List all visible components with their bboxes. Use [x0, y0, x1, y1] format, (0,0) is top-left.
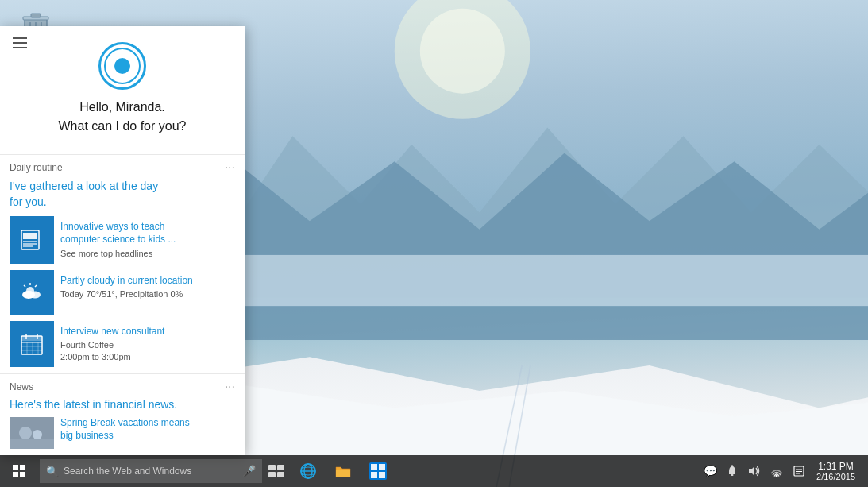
news-intro: Here's the latest in financial news.: [0, 398, 245, 417]
svg-rect-45: [10, 439, 54, 449]
svg-point-28: [29, 291, 41, 298]
taskbar: 🔍 Search the Web and Windows 🎤: [0, 455, 868, 487]
cortana-dot: [114, 58, 130, 74]
clock-time: 1:31 PM: [818, 461, 854, 472]
weather-card-subtitle: Today 70°/51°, Precipitation 0%: [60, 288, 229, 300]
news-card-subtitle: See more top headlines: [60, 248, 229, 259]
taskbar-search-bar[interactable]: 🔍 Search the Web and Windows 🎤: [40, 459, 262, 483]
cortana-circle: [98, 42, 146, 90]
daily-routine-header: Daily routine ···: [0, 155, 245, 179]
svg-rect-55: [371, 464, 377, 470]
calendar-card-subtitle: Fourth Coffee 2:00pm to 3:00pm: [60, 339, 229, 362]
taskbar-tray: 💬: [699, 455, 868, 487]
svg-rect-33: [21, 336, 42, 341]
hamburger-button[interactable]: [10, 34, 30, 52]
svg-rect-12: [31, 14, 41, 17]
svg-line-31: [35, 285, 37, 287]
weather-card[interactable]: Partly cloudy in current location Today …: [10, 270, 235, 315]
svg-point-2: [420, 9, 505, 94]
svg-rect-22: [23, 233, 37, 239]
calendar-card-title: Interview new consultant: [60, 326, 229, 338]
clock-date: 2/16/2015: [816, 472, 855, 481]
svg-rect-47: [277, 465, 284, 470]
hamburger-line-2: [13, 42, 27, 44]
news-more-button[interactable]: ···: [225, 381, 235, 393]
svg-point-43: [19, 427, 32, 439]
hamburger-line-3: [13, 47, 27, 48]
calendar-card-content: Interview new consultant Fourth Coffee 2…: [54, 321, 235, 367]
hamburger-line-1: [13, 37, 27, 39]
news-card-content: Innovative ways to teach computer scienc…: [54, 216, 235, 263]
windows-logo-icon: [13, 465, 25, 477]
cortana-inner-circle: [104, 48, 141, 84]
news-card-icon: [10, 216, 54, 263]
svg-rect-49: [277, 472, 284, 477]
weather-card-icon: [10, 270, 54, 315]
svg-rect-46: [268, 465, 276, 470]
svg-rect-48: [268, 472, 276, 477]
svg-rect-59: [731, 474, 734, 476]
calendar-card[interactable]: Interview new consultant Fourth Coffee 2…: [10, 321, 235, 367]
daily-routine-more-button[interactable]: ···: [225, 161, 235, 174]
news-section-header: News ···: [0, 374, 245, 398]
news-section: News ··· Here's the latest in financial …: [0, 373, 245, 455]
news-section-title: News: [10, 381, 33, 392]
cortana-logo-area: Hello, Miranda. What can I do for you?: [10, 34, 235, 148]
svg-rect-60: [731, 465, 733, 466]
svg-rect-53: [336, 470, 350, 477]
taskbar-file-explorer-button[interactable]: [326, 455, 361, 487]
news-thumb: [10, 417, 54, 449]
taskbar-store-button[interactable]: [361, 455, 395, 487]
search-icon: 🔍: [46, 466, 59, 477]
cortana-greeting: Hello, Miranda. What can I do for you?: [59, 98, 187, 136]
task-view-button[interactable]: [262, 455, 291, 487]
action-center-icon[interactable]: [788, 455, 810, 487]
notification-icon[interactable]: [721, 455, 743, 487]
daily-routine-intro: I've gathered a look at the day for you.: [0, 179, 245, 216]
svg-marker-61: [749, 466, 754, 476]
cortana-panel: Hello, Miranda. What can I do for you? D…: [0, 26, 245, 455]
cortana-header: Hello, Miranda. What can I do for you?: [0, 26, 245, 154]
taskbar-ie-button[interactable]: [291, 455, 326, 487]
chat-icon[interactable]: 💬: [699, 455, 721, 487]
calendar-card-icon: [10, 321, 54, 367]
svg-line-30: [24, 285, 25, 287]
svg-rect-57: [371, 472, 377, 478]
news-item-text: Spring Break vacations means big busines…: [54, 417, 196, 442]
daily-routine-section: Daily routine ··· I've gathered a look a…: [0, 154, 245, 373]
news-item-1[interactable]: Spring Break vacations means big busines…: [10, 417, 235, 449]
svg-point-44: [33, 430, 42, 439]
volume-icon[interactable]: [743, 455, 766, 487]
microphone-icon[interactable]: 🎤: [242, 465, 256, 477]
news-card-title: Innovative ways to teach computer scienc…: [60, 221, 229, 245]
search-placeholder-text: Search the Web and Windows: [64, 466, 242, 477]
show-desktop-button[interactable]: [862, 455, 868, 487]
start-button[interactable]: [0, 455, 38, 487]
svg-rect-56: [379, 464, 385, 470]
daily-routine-title: Daily routine: [10, 162, 63, 173]
news-card[interactable]: Innovative ways to teach computer scienc…: [10, 216, 235, 263]
svg-rect-58: [379, 472, 385, 478]
network-icon[interactable]: [766, 455, 788, 487]
weather-card-content: Partly cloudy in current location Today …: [54, 270, 235, 315]
clock[interactable]: 1:31 PM 2/16/2015: [810, 455, 862, 487]
weather-card-title: Partly cloudy in current location: [60, 275, 229, 288]
